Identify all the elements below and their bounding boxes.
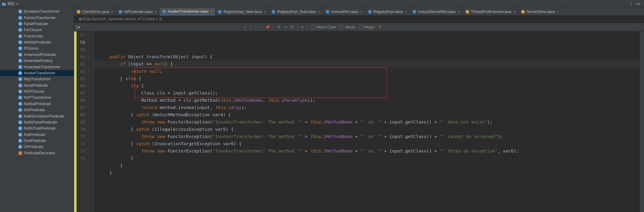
tree-item-factorytransformer[interactable]: CFactoryTransformer [0, 14, 74, 21]
code-line[interactable]: if (input == null) { [94, 60, 640, 68]
line-number[interactable]: 73 [77, 147, 85, 155]
indent-icon[interactable]: ⇥ [284, 25, 287, 29]
fold-gutter[interactable] [89, 31, 94, 212]
code-line[interactable]: throw new FunctorException("InvokerTrans… [94, 147, 640, 155]
close-icon[interactable]: × [458, 10, 460, 14]
tab-allpredicate-class[interactable]: AllPredicate.class× [116, 8, 160, 15]
tree-item-nullpredicate[interactable]: CNullPredicate [0, 132, 74, 138]
tree-item-identitypredicate[interactable]: CIdentityPredicate [0, 39, 74, 45]
code-line[interactable]: try { [94, 82, 640, 89]
code-line[interactable]: public Object transform(Object input) { [94, 53, 640, 60]
tree-item-instanceofpredicate[interactable]: CInstanceofPredicate [0, 52, 74, 58]
vertical-scrollbar[interactable] [640, 31, 644, 212]
tree-item-onepredicate[interactable]: COnePredicate [0, 138, 74, 144]
tree-item-notnullpredicate[interactable]: CNotNullPredicate [0, 101, 74, 107]
tree-item-functorutils[interactable]: CFunctorUtils [0, 33, 74, 39]
code-line[interactable]: } catch (InvocationTargetException var6)… [94, 140, 640, 147]
code-line[interactable]: } catch (NoSuchMethodException var4) { [94, 111, 640, 118]
tree-item-orpredicate[interactable]: COrPredicate [0, 144, 74, 150]
line-number[interactable]: 61 [77, 60, 85, 68]
code-line[interactable]: return method.invoke(input, this.iArgs); [94, 104, 640, 111]
code-line[interactable]: } [94, 169, 640, 176]
line-number[interactable]: 64 [77, 82, 85, 89]
help-icon[interactable]: ? [379, 25, 381, 29]
close-icon[interactable]: × [361, 10, 363, 14]
tab-registryimpl-skel-class[interactable]: RegistryImpl_Skel.class× [215, 8, 269, 15]
code-line[interactable]: } else { [94, 75, 640, 82]
tree-item-exceptiontransformer[interactable]: CExceptionTransformer [0, 8, 74, 14]
close-icon[interactable]: × [111, 10, 113, 14]
code-content[interactable]: public Object transform(Object input) { … [94, 31, 640, 212]
tree-item-instantiatefactory[interactable]: CInstantiateFactory [0, 58, 74, 64]
close-icon[interactable]: × [557, 10, 559, 14]
regex-checkbox[interactable]: Regex [359, 25, 375, 29]
code-line[interactable]: } catch (IllegalAccessException var5) { [94, 126, 640, 133]
tab-unicastserverref-class[interactable]: UnicastServerRef.class× [410, 8, 463, 15]
line-number[interactable]: 74 [77, 155, 85, 162]
tab-registryimpl-class[interactable]: RegistryImpl.class× [365, 8, 410, 15]
tree-item-notpredicate[interactable]: CNotPredicate [0, 107, 74, 113]
kebab-menu-icon[interactable]: ⋮ [629, 1, 634, 7]
line-number[interactable]: 69 [77, 118, 85, 126]
tree-item-maptransformer[interactable]: CMapTransformer [0, 76, 74, 82]
newline-icon[interactable]: ↵ [244, 25, 247, 29]
close-icon[interactable]: × [514, 10, 516, 14]
code-line[interactable]: Class cls = input.getClass(); [94, 89, 640, 97]
tree-item-instantiatetransformer[interactable]: CInstantiateTransformer [0, 64, 74, 70]
tree-item-nullisfalsepredicate[interactable]: CNullIsFalsePredicate [0, 119, 74, 125]
line-number[interactable]: 62 [77, 68, 85, 75]
line-number[interactable]: 65 [77, 89, 85, 97]
tree-item-nonepredicate[interactable]: CNonePredicate [0, 82, 74, 88]
line-number[interactable]: 71 [77, 133, 85, 140]
line-number[interactable]: 63 [77, 75, 85, 82]
tab-registryimpl-stub-class[interactable]: RegistryImpl_Stub.class× [269, 8, 323, 15]
tree-item-forclosure[interactable]: CForClosure [0, 27, 74, 33]
line-number[interactable]: 58 [77, 39, 85, 46]
next-match-icon[interactable]: ↓ [260, 25, 262, 29]
tree-item-ifclosure[interactable]: CIfClosure [0, 45, 74, 51]
project-tree[interactable]: CExceptionTransformerCFactoryTransformer… [0, 8, 74, 212]
tree-item-predicatedecorator[interactable]: PredicateDecorator [0, 150, 74, 156]
tree-item-nullisexceptionpredicate[interactable]: CNullIsExceptionPredicate [0, 113, 74, 119]
code-line[interactable]: } [94, 162, 640, 169]
tab-invokertransformer-class[interactable]: InvokerTransformer.class× [160, 8, 215, 15]
line-number[interactable]: 66 [77, 97, 85, 104]
close-icon[interactable]: × [211, 9, 213, 14]
tree-item-invokertransformer[interactable]: CInvokerTransformer [0, 70, 74, 76]
tab-unicastref-class[interactable]: UnicastRef.class× [323, 8, 365, 15]
line-number[interactable]: 57 [77, 31, 85, 39]
minimize-icon[interactable] [636, 4, 640, 4]
line-number[interactable]: 72 [77, 140, 85, 147]
match-case-checkbox[interactable]: Match Case [311, 25, 336, 29]
code-line[interactable]: throw new FunctorException("InvokerTrans… [94, 133, 640, 140]
tab-threadpoolexecutor-java[interactable]: ThreadPoolExecutor.java× [463, 8, 518, 15]
close-icon[interactable]: × [155, 10, 157, 14]
tree-item-noptransformer[interactable]: CNOPTransformer [0, 95, 74, 101]
code-line[interactable]: throw new FunctorException("InvokerTrans… [94, 118, 640, 126]
tree-item-nullistruepredicate[interactable]: CNullIsTruePredicate [0, 125, 74, 131]
tab-clientdemo-java[interactable]: ClientDemo.java× [74, 8, 116, 15]
search-mode-toggle[interactable]: Q▾ [76, 25, 80, 29]
line-number[interactable]: 70 [77, 126, 85, 133]
line-number[interactable]: 59 [77, 46, 85, 53]
sort-icon[interactable]: ⇅ [277, 25, 280, 29]
words-checkbox[interactable]: Words [339, 25, 355, 29]
select-all-icon[interactable]: ☰ [291, 25, 294, 29]
code-line[interactable] [94, 176, 640, 184]
search-input[interactable] [83, 25, 241, 29]
line-number[interactable]: 68 [77, 111, 85, 118]
code-line[interactable]: Method method = cls.getMethod(this.iMeth… [94, 97, 640, 104]
tree-item-falsepredicate[interactable]: CFalsePredicate [0, 21, 74, 27]
line-number-gutter[interactable]: 575859606162636465666768697071727374 [77, 31, 89, 212]
close-icon[interactable]: × [405, 10, 407, 14]
close-icon[interactable]: × [264, 10, 266, 14]
filter-icon[interactable]: ▾ [302, 25, 303, 29]
code-line[interactable]: } [94, 155, 640, 162]
code-line[interactable]: return null; [94, 68, 640, 75]
close-icon[interactable]: × [318, 10, 320, 14]
prev-match-icon[interactable]: ↑ [254, 25, 256, 29]
line-number[interactable]: 60 [77, 53, 85, 60]
line-number[interactable]: 67 [77, 104, 85, 111]
tree-item-nopclosure[interactable]: CNOPClosure [0, 88, 74, 95]
pin-icon[interactable]: 📌 [265, 25, 270, 29]
